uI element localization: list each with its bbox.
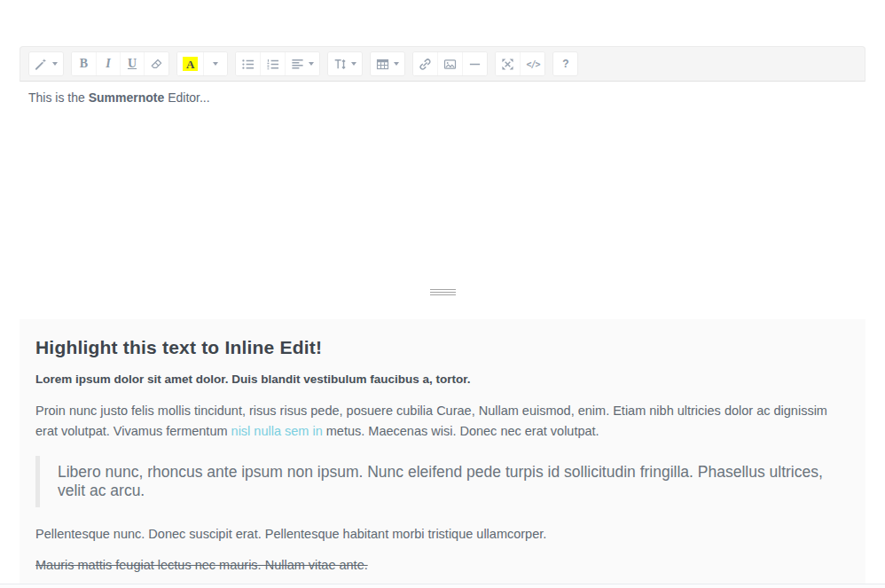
paragraph1-text-end: metus. Maecenas wisi. Donec nec erat vol…	[323, 424, 599, 438]
editor-statusbar[interactable]	[20, 284, 865, 300]
help-button[interactable]: ?	[553, 52, 577, 75]
codeview-icon: </>	[526, 59, 539, 69]
clear-format-button[interactable]	[144, 52, 168, 75]
panel-heading: Highlight this text to Inline Edit!	[35, 337, 850, 358]
view-group: </>	[495, 51, 545, 76]
help-icon: ?	[562, 58, 568, 70]
magic-style-button[interactable]	[29, 52, 63, 75]
align-left-icon	[291, 58, 304, 71]
line-height-group	[327, 51, 363, 76]
help-group: ?	[552, 51, 578, 76]
resize-grip-icon[interactable]	[430, 289, 456, 295]
underline-button[interactable]: U	[120, 52, 144, 75]
eraser-icon	[150, 58, 163, 71]
bold-icon: B	[80, 58, 88, 70]
caret-down-icon	[351, 62, 356, 66]
editor-text-bold: Summernote	[89, 90, 165, 105]
insert-picture-button[interactable]	[437, 52, 462, 75]
bold-button[interactable]: B	[72, 52, 96, 75]
table-icon	[376, 58, 389, 71]
bottom-divider	[0, 584, 885, 588]
horizontal-rule-icon	[468, 58, 482, 71]
lead-paragraph: Lorem ipsum dolor sit amet dolor. Duis b…	[35, 372, 850, 386]
line-height-icon	[333, 58, 347, 71]
editor-text: This is the Summernote Editor...	[28, 90, 857, 105]
editor-text-suffix: Editor...	[164, 90, 209, 105]
body-paragraph-1: Proin nunc justo felis mollis tincidunt,…	[35, 401, 850, 442]
blockquote: Libero nunc, rhoncus ante ipsum non ipsu…	[35, 456, 850, 507]
underline-icon: U	[128, 58, 137, 70]
color-group: A	[176, 51, 228, 76]
insert-link-button[interactable]	[413, 52, 437, 75]
strikethrough-paragraph: Mauris mattis feugiat lectus nec mauris.…	[35, 558, 850, 572]
picture-icon	[443, 58, 457, 71]
fullscreen-button[interactable]	[496, 52, 520, 75]
inline-text-link[interactable]: nisl nulla sem in	[231, 424, 323, 438]
font-color-icon: A	[183, 57, 198, 71]
horizontal-rule-button[interactable]	[462, 52, 487, 75]
table-group	[370, 51, 405, 76]
magic-wand-icon	[35, 58, 48, 71]
caret-down-icon	[394, 62, 399, 66]
summernote-editor: B I U A	[20, 46, 865, 300]
body-paragraph-2: Pellentesque nunc. Donec suscipit erat. …	[35, 527, 850, 541]
ordered-list-icon	[266, 58, 279, 71]
editor-toolbar: B I U A	[20, 46, 865, 82]
font-color-dropdown-button[interactable]	[203, 52, 227, 75]
font-color-button[interactable]: A	[177, 52, 203, 75]
unordered-list-button[interactable]	[236, 52, 260, 75]
italic-icon: I	[106, 58, 110, 70]
codeview-button[interactable]: </>	[520, 52, 544, 75]
paragraph-align-button[interactable]	[285, 52, 319, 75]
caret-down-icon	[309, 62, 314, 66]
italic-button[interactable]: I	[96, 52, 120, 75]
paragraph-group	[235, 51, 320, 76]
editor-text-prefix: This is the	[28, 90, 89, 105]
style-group	[28, 51, 64, 76]
ordered-list-button[interactable]	[260, 52, 285, 75]
table-button[interactable]	[371, 52, 404, 75]
inline-edit-panel[interactable]: Highlight this text to Inline Edit! Lore…	[20, 319, 865, 588]
fullscreen-icon	[501, 58, 514, 71]
insert-group	[412, 51, 488, 76]
line-height-button[interactable]	[328, 52, 362, 75]
unordered-list-icon	[241, 58, 255, 71]
font-style-group: B I U	[71, 51, 169, 76]
link-icon	[419, 58, 432, 71]
caret-down-icon	[213, 62, 218, 66]
caret-down-icon	[52, 62, 58, 66]
editing-area[interactable]: This is the Summernote Editor...	[20, 82, 865, 284]
